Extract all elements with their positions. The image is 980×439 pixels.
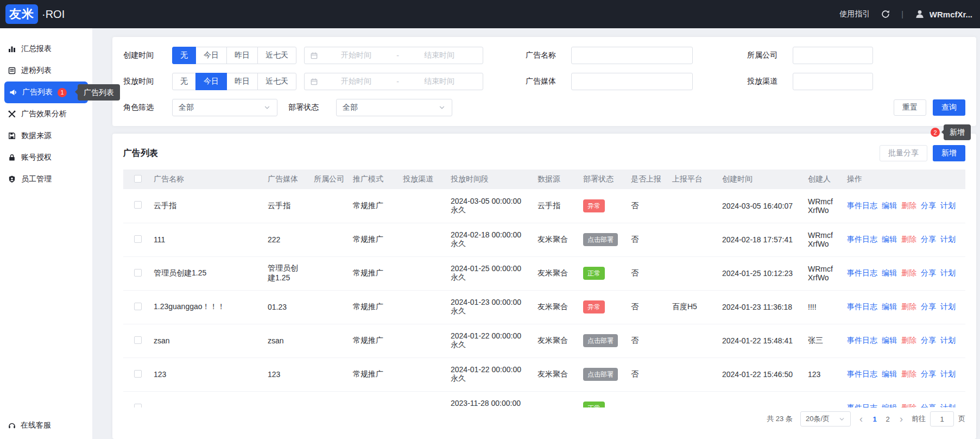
row-checkbox[interactable] <box>134 235 142 243</box>
action-share[interactable]: 分享 <box>921 369 936 378</box>
cell-source: 友米聚合 <box>532 256 578 290</box>
guide-link[interactable]: 使用指引 <box>839 9 870 19</box>
action-plan[interactable]: 计划 <box>940 369 956 378</box>
row-checkbox[interactable] <box>134 269 142 277</box>
row-checkbox[interactable] <box>134 404 142 408</box>
deploy-status-select[interactable]: 全部 <box>336 99 452 116</box>
action-delete[interactable]: 删除 <box>901 336 916 344</box>
action-event-log[interactable]: 事件日志 <box>847 235 877 243</box>
ad-media-input[interactable] <box>571 73 693 90</box>
action-edit[interactable]: 编辑 <box>882 369 897 378</box>
sidebar-item-fans-list[interactable]: 进粉列表 <box>0 60 92 81</box>
cell-actions: 事件日志编辑删除分享计划 <box>842 324 965 358</box>
cell-ad-media: 123 <box>262 358 308 391</box>
cell-channel <box>397 256 445 290</box>
page-size-select[interactable]: 20条/页 <box>800 411 851 427</box>
cell-report <box>625 391 667 407</box>
action-share[interactable]: 分享 <box>921 268 936 277</box>
username[interactable]: WRmcfXr... <box>930 10 972 19</box>
segment-option-1[interactable]: 今日 <box>195 73 227 90</box>
action-share[interactable]: 分享 <box>921 403 936 407</box>
save-icon <box>8 131 16 140</box>
action-plan[interactable]: 计划 <box>940 235 956 243</box>
action-event-log[interactable]: 事件日志 <box>847 336 877 344</box>
prev-page-button[interactable]: ‹ <box>858 414 864 424</box>
online-support[interactable]: 在线客服 <box>8 421 51 430</box>
segment-option-2[interactable]: 昨日 <box>226 73 258 90</box>
add-button[interactable]: 新增 <box>933 145 965 161</box>
action-edit[interactable]: 编辑 <box>882 302 897 311</box>
sidebar-item-data-source[interactable]: 数据来源 <box>0 125 92 147</box>
sidebar-item-label: 广告列表 <box>22 87 53 97</box>
query-button[interactable]: 查询 <box>933 99 965 116</box>
action-delete[interactable]: 删除 <box>901 302 916 311</box>
company-input[interactable] <box>793 47 873 64</box>
action-edit[interactable]: 编辑 <box>882 403 897 407</box>
sidebar-item-summary-report[interactable]: 汇总报表 <box>0 38 92 60</box>
table-row: 111222常规推广2024-02-18 00:00:00永久友米聚合点击部署否… <box>123 223 965 256</box>
action-plan[interactable]: 计划 <box>940 336 956 344</box>
launch-time-date-range[interactable]: 开始时间 - 结束时间 <box>304 73 483 90</box>
select-all-checkbox[interactable] <box>134 175 142 183</box>
action-plan[interactable]: 计划 <box>940 201 956 210</box>
channel-input[interactable] <box>793 73 873 90</box>
action-edit[interactable]: 编辑 <box>882 235 897 243</box>
segment-option-0[interactable]: 无 <box>172 47 196 64</box>
page-number-1[interactable]: 1 <box>871 415 878 423</box>
action-delete[interactable]: 删除 <box>901 403 916 407</box>
status-badge: 点击部署 <box>583 233 618 246</box>
filter-buttons: 重置 查询 <box>894 99 965 116</box>
row-checkbox[interactable] <box>134 201 142 209</box>
action-plan[interactable]: 计划 <box>940 403 956 407</box>
sidebar-item-staff-management[interactable]: 员工管理 <box>0 168 92 190</box>
action-event-log[interactable]: 事件日志 <box>847 302 877 311</box>
next-page-button[interactable]: › <box>899 414 904 424</box>
action-edit[interactable]: 编辑 <box>882 268 897 277</box>
sidebar-item-label: 员工管理 <box>21 174 52 184</box>
col-source: 数据源 <box>532 170 578 189</box>
action-share[interactable]: 分享 <box>921 201 936 210</box>
cell-creator: !!!! <box>802 290 842 324</box>
role-filter-select[interactable]: 全部 <box>172 99 277 116</box>
action-delete[interactable]: 删除 <box>901 201 916 210</box>
cell-channel <box>397 358 445 391</box>
action-event-log[interactable]: 事件日志 <box>847 201 877 210</box>
refresh-icon[interactable] <box>881 9 890 19</box>
reset-button[interactable]: 重置 <box>894 99 926 116</box>
topbar-right: 使用指引 | WRmcfXr... <box>839 9 972 20</box>
action-event-log[interactable]: 事件日志 <box>847 268 877 277</box>
action-share[interactable]: 分享 <box>921 235 936 243</box>
action-share[interactable]: 分享 <box>921 336 936 344</box>
row-checkbox[interactable] <box>134 303 142 310</box>
action-delete[interactable]: 删除 <box>901 268 916 277</box>
megaphone-icon <box>9 88 17 97</box>
goto-page-input[interactable] <box>930 411 954 427</box>
filter-row-create-time: 创建时间 无今日昨日近七天 开始时间 - 结束时间 广告名称 所属公司 <box>123 47 965 64</box>
segment-option-3[interactable]: 近七天 <box>257 47 296 64</box>
row-checkbox[interactable] <box>134 336 142 344</box>
segment-option-3[interactable]: 近七天 <box>257 73 296 90</box>
col-period: 投放时间段 <box>445 170 532 189</box>
action-share[interactable]: 分享 <box>921 302 936 311</box>
batch-share-button[interactable]: 批量分享 <box>880 145 927 161</box>
cell-ad-name: 111 <box>148 223 262 256</box>
action-delete[interactable]: 删除 <box>901 235 916 243</box>
cell-ad-media: zsan <box>262 324 308 358</box>
action-event-log[interactable]: 事件日志 <box>847 403 877 407</box>
ad-name-input[interactable] <box>571 47 693 64</box>
sidebar-item-ad-effect-analysis[interactable]: 广告效果分析 <box>0 103 92 125</box>
create-time-date-range[interactable]: 开始时间 - 结束时间 <box>304 47 483 64</box>
page-number-2[interactable]: 2 <box>884 415 891 423</box>
row-checkbox[interactable] <box>134 370 142 378</box>
segment-option-0[interactable]: 无 <box>172 73 196 90</box>
sidebar-menu: 汇总报表进粉列表广告列表1广告效果分析数据来源账号授权员工管理 <box>0 38 92 190</box>
segment-option-2[interactable]: 昨日 <box>226 47 258 64</box>
action-plan[interactable]: 计划 <box>940 302 956 311</box>
action-event-log[interactable]: 事件日志 <box>847 369 877 378</box>
action-edit[interactable]: 编辑 <box>882 201 897 210</box>
segment-option-1[interactable]: 今日 <box>195 47 227 64</box>
action-plan[interactable]: 计划 <box>940 268 956 277</box>
action-delete[interactable]: 删除 <box>901 369 916 378</box>
action-edit[interactable]: 编辑 <box>882 336 897 344</box>
sidebar-item-account-auth[interactable]: 账号授权 <box>0 147 92 168</box>
